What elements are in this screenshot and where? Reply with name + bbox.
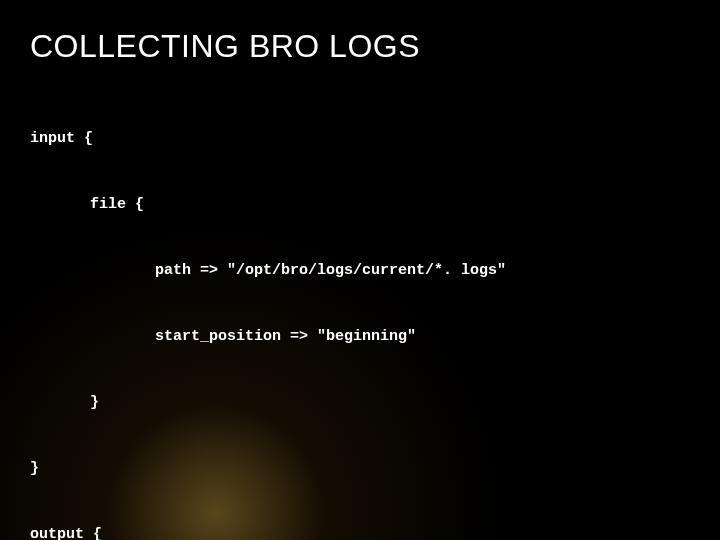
code-line: output {	[30, 518, 690, 540]
slide: COLLECTING BRO LOGS input { file { path …	[0, 0, 720, 540]
code-line: file {	[30, 188, 690, 221]
code-line: }	[30, 386, 690, 419]
code-line: start_position => "beginning"	[30, 320, 690, 353]
code-line: }	[30, 452, 690, 485]
code-line: path => "/opt/bro/logs/current/*. logs"	[30, 254, 690, 287]
slide-title: COLLECTING BRO LOGS	[30, 28, 690, 65]
code-block: input { file { path => "/opt/bro/logs/cu…	[30, 89, 690, 540]
code-line: input {	[30, 122, 690, 155]
